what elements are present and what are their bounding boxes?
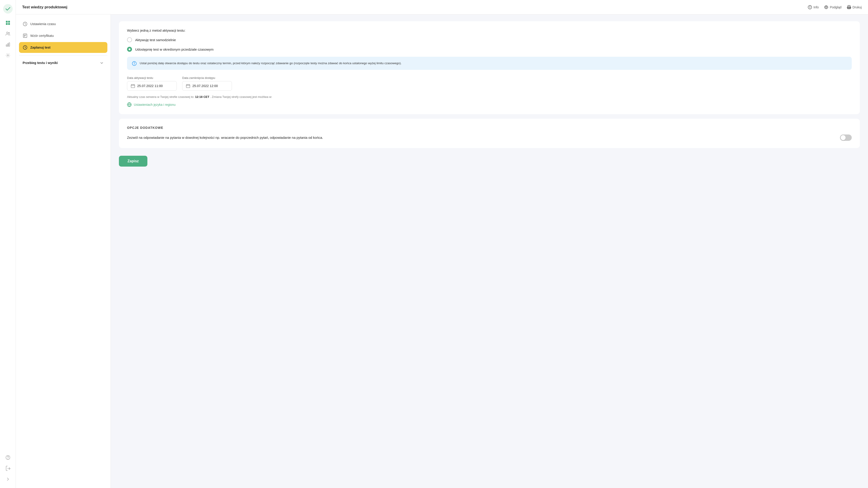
date-closing-value: 25.07.2022 12:00 [192,84,218,88]
clock-icon [23,22,28,26]
info-button[interactable]: Info [808,5,819,9]
toggle-answer-order[interactable] [840,134,852,141]
additional-options-section: OPCJE DODATKOWE Zezwól na odpowiadanie n… [119,119,860,148]
zaplanuj-clock-icon [23,45,28,50]
header: Test wiedzy produktowej Info Podgląd [16,0,868,14]
preview-icon [824,5,828,9]
radio-circle-1 [127,37,132,42]
activation-section-card: Wybierz jedną z metod aktywacji testu: A… [119,21,860,114]
nav-zaplanuj-test-label: Zaplanuj test [30,45,51,49]
svg-rect-34 [186,85,190,88]
opcje-row: Zezwól na odpowiadanie na pytania w dowo… [127,134,852,141]
content-area: Ustawienia czasu Wzór certyfikatu [16,14,868,488]
date-closing-input[interactable]: 25.07.2022 12:00 [182,81,232,91]
nav-section-przebieg[interactable]: Przebieg testu i wyniki [19,58,107,67]
server-time-text: Aktualny czas serwera w Twojej strefie c… [127,95,852,99]
sidebar [0,0,16,488]
sidebar-icon-help[interactable] [3,453,13,462]
radio-option-2[interactable]: Udostępnię test w określonym przedziale … [127,47,852,52]
date-activation-value: 25.07.2022 11:00 [137,84,163,88]
print-label: Drukuj [852,5,862,9]
info-box-text: Ustal poniżej datę otwarcia dostępu do t… [140,61,402,66]
svg-rect-30 [131,85,135,88]
save-button[interactable]: Zapisz [119,156,147,166]
info-box: Ustal poniżej datę otwarcia dostępu do t… [127,57,852,70]
svg-point-0 [3,4,13,13]
opcje-toggle-label: Zezwól na odpowiadanie na pytania w dowo… [127,135,833,140]
main-area: Test wiedzy produktowej Info Podgląd [16,0,868,488]
sidebar-icon-settings[interactable] [3,51,13,60]
save-row: Zapisz [119,153,860,166]
sidebar-icon-logout[interactable] [3,464,13,473]
server-time-value: 12:18 CET [195,95,209,98]
svg-point-10 [7,55,8,56]
sidebar-icon-chart[interactable] [3,40,13,49]
svg-rect-2 [8,21,10,23]
svg-rect-1 [6,21,8,23]
svg-point-5 [6,32,8,34]
calendar-icon-closing [186,84,190,88]
svg-rect-4 [8,23,10,25]
sidebar-icon-users[interactable] [3,29,13,38]
print-icon [847,5,851,9]
language-link-label: Ustawieniach języka i regionu [134,103,176,106]
server-time-suffix: . Zmiana Twojej strefy czasowej jest moż… [210,95,272,98]
svg-point-20 [850,7,850,8]
activation-radio-group: Aktywuję test samodzielnie Udostępnię te… [127,37,852,52]
page-title: Test wiedzy produktowej [22,5,808,9]
preview-button[interactable]: Podgląd [824,5,841,9]
right-panel: Wybierz jedną z metod aktywacji testu: A… [111,14,868,488]
radio-label-2: Udostępnię test w określonym przedziale … [135,48,214,51]
sidebar-bottom [3,453,13,484]
info-icon [808,5,812,9]
left-panel: Ustawienia czasu Wzór certyfikatu [16,14,111,488]
nav-ustawienia-czasu-label: Ustawienia czasu [30,22,56,26]
info-box-icon [132,61,136,66]
server-time-prefix: Aktualny czas serwera w Twojej strefie c… [127,95,194,98]
nav-wzor-certyfikatu-label: Wzór certyfikatu [30,34,54,37]
toggle-knob [841,135,846,140]
calendar-icon-activation [131,84,135,88]
nav-zaplanuj-test[interactable]: Zaplanuj test [19,42,107,53]
radio-option-1[interactable]: Aktywuję test samodzielnie [127,37,852,42]
info-label: Info [813,5,819,9]
app-logo[interactable] [3,4,13,13]
date-activation-input[interactable]: 25.07.2022 11:00 [127,81,177,91]
nav-wzor-certyfikatu[interactable]: Wzór certyfikatu [19,30,107,41]
svg-point-29 [134,62,134,63]
svg-rect-3 [6,23,8,25]
additional-options-title: OPCJE DODATKOWE [127,126,852,129]
date-fields: Data aktywacji testu 25.07.2022 1 [127,76,852,91]
preview-label: Podgląd [830,5,841,9]
nav-ustawienia-czasu[interactable]: Ustawienia czasu [19,19,107,29]
svg-rect-7 [6,45,7,46]
date-activation-label: Data aktywacji testu [127,76,177,80]
svg-point-16 [810,6,810,6]
nav-section-przebieg-label: Przebieg testu i wyniki [23,61,58,65]
language-settings-link[interactable]: Ustawieniach języka i regionu [127,102,852,107]
svg-point-17 [826,6,827,8]
svg-point-6 [8,33,9,34]
svg-rect-9 [9,43,10,46]
date-field-closing: Data zamknięcia dostępu 25.07.202 [182,76,232,91]
print-button[interactable]: Drukuj [847,5,862,9]
svg-rect-8 [7,43,8,46]
activation-intro: Wybierz jedną z metod aktywacji testu: [127,29,852,32]
radio-label-1: Aktywuję test samodzielnie [135,38,176,42]
certificate-icon [23,33,28,38]
radio-circle-2 [127,47,132,52]
date-closing-label: Data zamknięcia dostępu [182,76,232,80]
chevron-down-icon [100,61,104,65]
globe-icon [127,102,131,107]
date-field-activation: Data aktywacji testu 25.07.2022 1 [127,76,177,91]
sidebar-icon-grid[interactable] [3,18,13,28]
header-actions: Info Podgląd Drukuj [808,5,862,9]
sidebar-expand-button[interactable] [3,475,13,484]
